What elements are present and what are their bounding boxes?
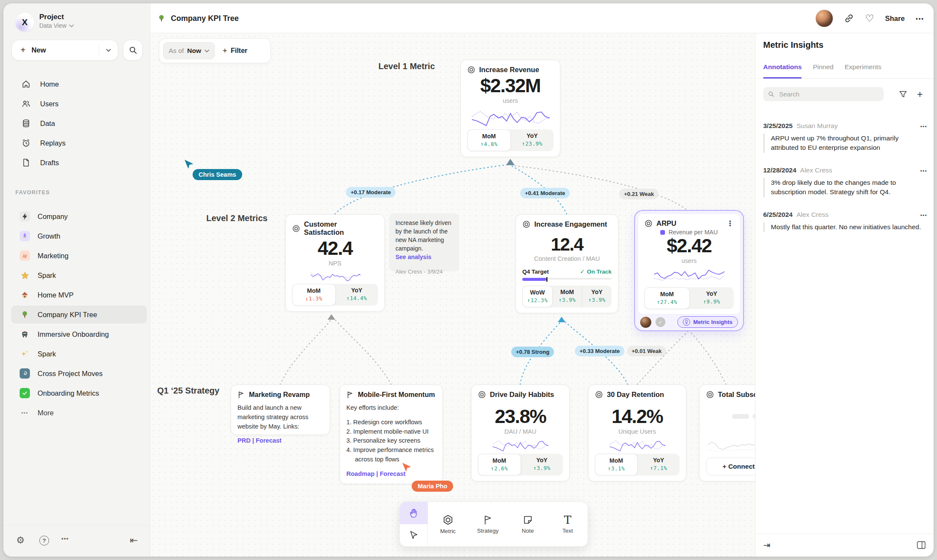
correlation-badge: +0.21 Weak	[619, 189, 659, 199]
drafts-icon	[21, 158, 31, 167]
search-input[interactable]	[778, 90, 879, 98]
annotation-item[interactable]: 12/28/2024 Alex Cress ••• 3% drop likely…	[763, 166, 927, 197]
favorite-item-label: Cross Project Moves	[38, 370, 102, 378]
stat-yoy: YoY↑14.4%	[336, 284, 378, 306]
star-icon	[20, 270, 30, 280]
stat-yoy: YoY↑3.9%	[582, 286, 612, 307]
level-2-label: Level 2 Metrics	[206, 213, 267, 223]
connect-data-button[interactable]: + Connect	[706, 458, 755, 475]
sidebar-item-users[interactable]: Users	[11, 95, 147, 113]
favorite-heart-icon[interactable]: ♡	[865, 14, 874, 23]
new-button[interactable]: + New	[12, 40, 118, 61]
strategy-links[interactable]: Roadmap | Forecast	[346, 470, 436, 477]
annotation-item[interactable]: 3/25/2025 Susan Murray ••• ARPU went up …	[763, 122, 927, 153]
metric-card-customer-satisfaction[interactable]: Customer Satisfaction 42.4 NPS MoM↓1.3% …	[285, 214, 385, 312]
metric-unit: Content Creation / MAU	[522, 255, 612, 262]
filter-button[interactable]: + Filter	[223, 46, 247, 55]
stat-yoy: YoY↑23.9%	[511, 129, 553, 151]
favorite-item-spark-2[interactable]: Spark	[11, 345, 147, 363]
hand-tool-button[interactable]	[400, 502, 428, 524]
canvas-note[interactable]: Increase likely driven by the launch of …	[389, 213, 459, 271]
tab-annotations[interactable]: Annotations	[763, 60, 802, 78]
favorite-item-growth[interactable]: Growth	[11, 227, 147, 245]
metric-card-drive-daily-habbits[interactable]: Drive Daily Habbits 23.8% DAU / MAU MoM↑…	[471, 385, 570, 481]
metric-value: 23.8%	[478, 405, 563, 428]
metric-card-increase-revenue[interactable]: Increase Revenue $2.32M users MoM↑4.8% Y…	[460, 60, 560, 157]
overflow-menu-icon[interactable]: •••	[916, 15, 924, 22]
target-progress-bar	[522, 278, 612, 280]
favorite-item-cross-project-moves[interactable]: Cross Project Moves	[11, 365, 147, 382]
filter-funnel-icon[interactable]	[896, 88, 909, 101]
tab-pinned[interactable]: Pinned	[813, 60, 833, 78]
tab-experiments[interactable]: Experiments	[845, 60, 881, 78]
stat-row: WoW↑12.3% MoM↑3.9% YoY↑3.9%	[522, 286, 612, 307]
metric-card-30-day-retention[interactable]: 30 Day Retention 14.2% Unique Users MoM↑…	[588, 385, 686, 481]
metric-unit: DAU / MAU	[478, 428, 563, 435]
help-icon[interactable]: ?	[39, 536, 49, 545]
split-view-icon[interactable]	[917, 541, 926, 549]
text-tool-button[interactable]: T Text	[548, 502, 588, 546]
strategy-links[interactable]: PRD | Forecast	[237, 437, 323, 444]
annotation-menu-icon[interactable]: •••	[920, 213, 927, 218]
level-1-label: Level 1 Metric	[378, 61, 435, 71]
see-analysis-link[interactable]: See analysis	[395, 253, 453, 262]
annotation-menu-icon[interactable]: •••	[920, 168, 927, 173]
sidebar-item-home[interactable]: Home	[11, 75, 147, 93]
share-button[interactable]: Share	[885, 15, 905, 23]
annotation-item[interactable]: 6/25/2024 Alex Cress ••• Mostly flat thi…	[763, 211, 927, 232]
metric-target-icon	[595, 391, 603, 399]
metric-target-icon	[467, 66, 475, 74]
stat-row: MoM↓1.3% YoY↑14.4%	[292, 284, 378, 306]
card-title: ARPU	[656, 219, 676, 228]
user-avatar[interactable]	[816, 10, 833, 27]
annotation-menu-icon[interactable]: •••	[920, 124, 927, 129]
favorite-item-spark[interactable]: Spark	[11, 266, 147, 284]
project-view-switcher[interactable]: Data View	[39, 22, 74, 29]
metric-insights-button[interactable]: Metric Insights	[677, 316, 738, 328]
sidebar-search-button[interactable]	[123, 40, 143, 61]
sidebar-more-button[interactable]: ••• More	[11, 404, 147, 422]
as-of-selector[interactable]: As of Now	[163, 42, 215, 59]
note-tool-button[interactable]: Note	[508, 502, 548, 546]
card-menu-icon[interactable]: ⋮	[726, 219, 734, 228]
favorite-item-home-mvp[interactable]: Home MVP	[11, 286, 147, 304]
sidebar-item-drafts[interactable]: Drafts	[11, 154, 147, 172]
select-tool-button[interactable]	[400, 524, 428, 546]
favorite-item-company[interactable]: Company	[11, 207, 147, 225]
new-dropdown-button[interactable]	[99, 49, 118, 52]
sidebar-item-replays[interactable]: Replays	[11, 134, 147, 152]
metric-tool-button[interactable]: Metric	[428, 502, 468, 546]
favorite-item-immersive-onboarding[interactable]: Immersive Onboarding	[11, 325, 147, 343]
strategy-card-marketing-revamp[interactable]: Marketing Revamp Build and launch a new …	[231, 385, 330, 435]
card-title: Increase Engagement	[534, 220, 607, 228]
favorite-item-marketing[interactable]: Marketing	[11, 247, 147, 265]
strategy-list-item: 1. Redesign core workflows	[346, 418, 436, 427]
search-icon	[768, 90, 774, 98]
sparkline	[646, 267, 733, 287]
legend-swatch	[660, 230, 665, 235]
collaborator-cursor-label: Maria Pho	[412, 481, 453, 492]
strategy-tool-button[interactable]: Strategy	[468, 502, 508, 546]
metric-card-total-subscriptions[interactable]: Total Subscriptions + Connect	[699, 385, 755, 481]
strategy-card-mobile-first-momentum[interactable]: Mobile-First Momentum Key efforts includ…	[340, 385, 443, 484]
settings-gear-icon[interactable]: ⚙	[16, 535, 25, 546]
workspace-logo[interactable]: X	[15, 13, 34, 32]
sidebar-item-data[interactable]: Data	[11, 114, 147, 132]
metric-unit: users	[467, 97, 553, 104]
metric-card-arpu[interactable]: ARPU ⋮ Revenue per MAU $2.42 users MoM↑2…	[635, 211, 743, 330]
ellipsis-icon[interactable]: •••	[61, 536, 69, 542]
tool-label: Note	[521, 528, 534, 534]
annotations-search[interactable]	[763, 87, 884, 101]
collapse-sidebar-icon[interactable]: ⇤	[130, 535, 138, 546]
favorite-item-company-kpi-tree[interactable]: Company KPI Tree	[11, 306, 147, 324]
favorite-item-onboarding-metrics[interactable]: Onboarding Metrics	[11, 384, 147, 402]
canvas-toolbar: Metric Strategy Note T Text	[399, 502, 588, 547]
kpi-tree-canvas[interactable]: As of Now + Filter Level 1 Metric Level …	[150, 33, 755, 557]
metric-card-increase-engagement[interactable]: Increase Engagement 12.4 Content Creatio…	[515, 214, 618, 313]
copy-link-icon[interactable]	[844, 13, 854, 23]
add-annotation-icon[interactable]: +	[914, 88, 926, 101]
strategy-body: Build and launch a new marketing strateg…	[237, 403, 323, 431]
flag-icon	[483, 515, 493, 525]
collapse-panel-icon[interactable]: ⇥	[763, 540, 770, 550]
project-title: Project	[39, 13, 64, 21]
